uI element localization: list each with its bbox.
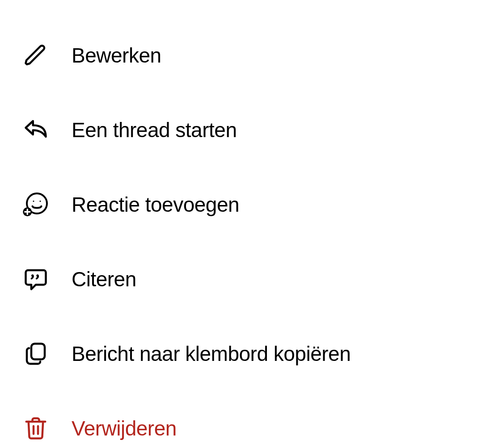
reply-arrow-icon <box>22 117 49 143</box>
svg-point-5 <box>36 274 38 276</box>
svg-point-1 <box>33 201 34 202</box>
menu-item-quote[interactable]: Citeren <box>22 242 503 316</box>
copy-icon <box>22 340 49 367</box>
menu-item-label: Verwijderen <box>72 416 177 440</box>
svg-rect-6 <box>31 343 45 359</box>
menu-item-delete[interactable]: Verwijderen <box>22 391 503 448</box>
menu-item-label: Bewerken <box>72 43 161 67</box>
menu-item-copy-to-clipboard[interactable]: Bericht naar klembord kopiëren <box>22 316 503 391</box>
svg-point-4 <box>31 274 34 276</box>
menu-item-label: Een thread starten <box>72 118 237 142</box>
quote-bubble-icon <box>22 266 49 293</box>
menu-item-edit[interactable]: Bewerken <box>22 18 503 92</box>
menu-item-start-thread[interactable]: Een thread starten <box>22 92 503 167</box>
emoji-plus-icon <box>22 191 49 218</box>
trash-icon <box>22 415 49 442</box>
svg-point-2 <box>40 201 41 202</box>
menu-item-label: Citeren <box>72 267 136 291</box>
pencil-icon <box>22 42 49 69</box>
menu-item-add-reaction[interactable]: Reactie toevoegen <box>22 167 503 242</box>
message-context-menu: Bewerken Een thread starten Reactie toev… <box>22 18 503 448</box>
menu-item-label: Reactie toevoegen <box>72 193 239 217</box>
menu-item-label: Bericht naar klembord kopiëren <box>72 342 351 366</box>
